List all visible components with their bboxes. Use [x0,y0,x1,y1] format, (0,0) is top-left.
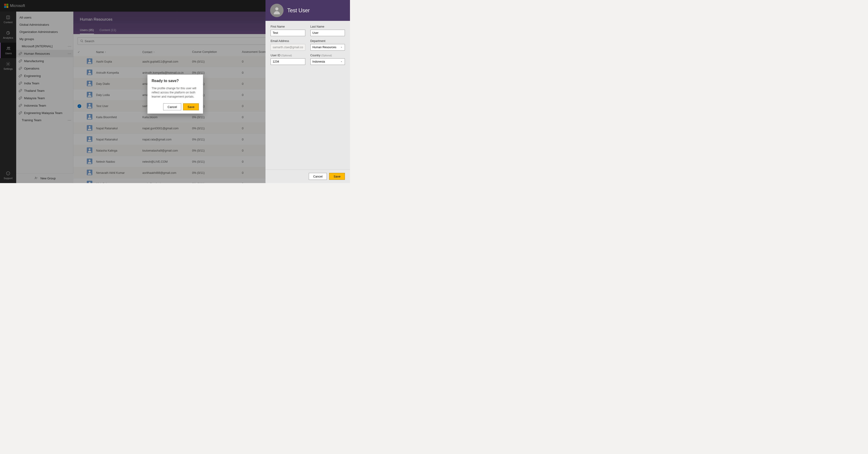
email-input [271,44,305,51]
country-select[interactable]: Indonesia [310,58,345,65]
modal-save-button[interactable]: Save [183,103,199,110]
label-email: Email Address [271,39,305,42]
label-first-name: First Name [271,25,305,28]
panel-cancel-button[interactable]: Cancel [309,173,327,180]
label-country: Country (Optional) [310,54,345,57]
panel-save-button[interactable]: Save [329,173,345,180]
userid-input[interactable] [271,58,305,65]
last-name-input[interactable] [310,30,345,36]
label-last-name: Last Name [310,25,345,28]
modal-body: The profile change for this user will re… [152,86,199,99]
svg-point-24 [275,7,278,10]
label-department: Department [310,39,345,42]
modal-overlay[interactable] [0,0,266,183]
user-edit-panel: Test User First Name Last Name Email Add… [266,0,350,183]
save-confirm-modal: Ready to save? The profile change for th… [148,75,203,114]
first-name-input[interactable] [271,30,305,36]
panel-title: Test User [287,7,310,14]
modal-cancel-button[interactable]: Cancel [163,103,181,110]
modal-title: Ready to save? [152,79,199,83]
avatar-icon [270,4,283,17]
department-select[interactable]: Human Resources [310,44,345,51]
label-userid: User ID (Optional) [271,54,305,57]
